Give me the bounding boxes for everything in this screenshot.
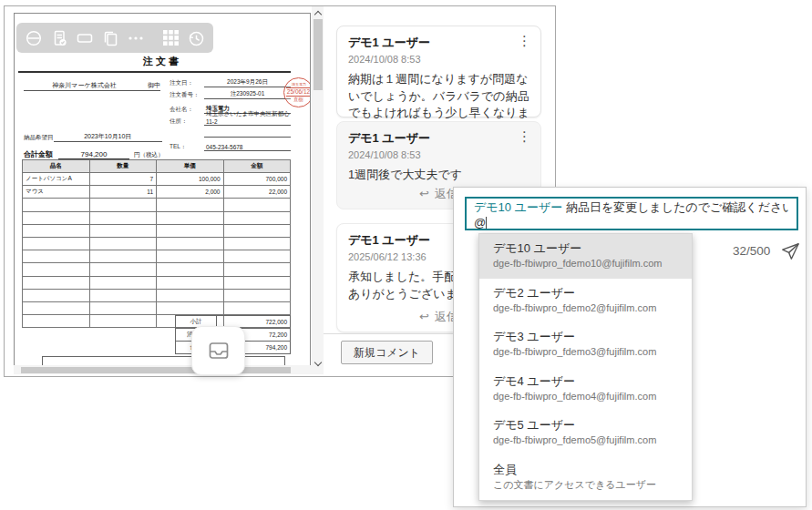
document-approved-icon[interactable]	[50, 28, 68, 48]
items-table-cell: マウス	[23, 186, 90, 199]
items-table-cell	[23, 211, 90, 224]
items-table-row	[23, 289, 291, 301]
items-table-row	[23, 224, 291, 237]
mention-suggestion-item[interactable]: 全員 この文書にアクセスできるユーザー	[479, 455, 692, 500]
kebab-menu-icon[interactable]: ⋮	[518, 128, 531, 145]
order-number-row: 注文番号： 注230925-01	[170, 88, 291, 99]
order-date-label: 注文日：	[170, 79, 204, 87]
send-comment-button[interactable]	[778, 240, 802, 263]
items-table-header-cell: 単価	[157, 160, 224, 173]
inbox-tray-icon	[207, 339, 231, 362]
recipient-suffix: 御中	[148, 81, 160, 90]
scroll-down-arrow-icon[interactable]	[312, 360, 324, 371]
items-table-cell: 2,000	[157, 186, 224, 199]
tel-value: 045-234-5678	[204, 144, 291, 151]
mention-user-name: デモ4 ユーザー	[493, 373, 678, 389]
mention-user-email: dge-fb-fbiwpro_fdemo10@fujifilm.com	[493, 257, 678, 270]
mention-user-name: デモ10 ユーザー	[493, 240, 678, 256]
send-icon	[780, 241, 800, 261]
items-table-row	[23, 250, 291, 263]
scroll-up-arrow-icon[interactable]	[312, 7, 324, 18]
items-table-header-row: 品名数量単価金額	[23, 160, 291, 173]
address-value: 埼玉県さいたま市中央区新都心11-2	[204, 110, 291, 126]
order-date-row: 注文日： 2023年9月26日	[170, 76, 291, 87]
document-tray-button[interactable]	[191, 326, 245, 375]
items-table-row: マウス112,00022,000	[23, 186, 291, 199]
comment-card[interactable]: デモ1 ユーザー ⋮ 2024/10/08 8:53 納期は１週間になりますが問…	[336, 26, 541, 117]
comment-input[interactable]: デモ10 ユーザー 納品日を変更しましたのでご確認ください。 @	[465, 197, 798, 230]
items-table-cell: 11	[89, 186, 157, 199]
items-table-header-cell: 品名	[23, 160, 90, 173]
grid-menu-icon[interactable]	[162, 28, 180, 48]
mention-suggestion-item[interactable]: デモ2 ユーザー dge-fb-fbiwpro_fdemo2@fujifilm.…	[479, 279, 692, 323]
items-table-cell	[223, 250, 291, 263]
items-table-cell: 100,000	[157, 173, 224, 186]
new-comment-button[interactable]: 新規コメント	[341, 341, 433, 364]
items-table-cell	[157, 224, 224, 237]
stamp-date-text: 25/06/12	[286, 87, 311, 97]
items-table-cell	[89, 199, 157, 211]
items-table-cell	[223, 237, 291, 250]
comment-input-line1: デモ10 ユーザー 納品日を変更しましたのでご確認ください。	[474, 199, 789, 215]
split-view-circle-icon[interactable]	[25, 28, 43, 48]
mention-user-email: この文書にアクセスできるユーザー	[493, 478, 678, 491]
items-table-cell	[223, 276, 291, 289]
items-table-cell	[157, 263, 224, 276]
summary-value: 722,000	[217, 319, 290, 325]
mention-suggestion-item[interactable]: デモ5 ユーザー dge-fb-fbiwpro_fdemo5@fujifilm.…	[479, 411, 692, 455]
mention-suggestions-dropdown: デモ10 ユーザー dge-fb-fbiwpro_fdemo10@fujifil…	[478, 233, 693, 501]
viewer-toolbar	[16, 23, 213, 53]
mention-chip: デモ10 ユーザー	[474, 200, 562, 214]
mention-suggestion-item[interactable]: デモ3 ユーザー dge-fb-fbiwpro_fdemo3@fujifilm.…	[479, 322, 692, 367]
reply-arrow-icon: ↩	[419, 310, 429, 323]
items-table-row	[23, 211, 291, 224]
mention-suggestion-item[interactable]: デモ4 ユーザー dge-fb-fbiwpro_fdemo4@fujifilm.…	[479, 367, 692, 412]
vertical-scrollbar[interactable]	[312, 6, 324, 374]
items-table-cell	[157, 289, 224, 301]
comment-body-line: 1週間後で大丈夫です	[348, 167, 529, 184]
items-table-cell	[157, 301, 224, 314]
order-number-value: 注230925-01	[204, 90, 291, 99]
address-label: 住所：	[170, 117, 204, 126]
mention-user-name: デモ5 ユーザー	[493, 417, 678, 433]
delivery-date-label: 納品希望日	[24, 134, 54, 142]
mention-trigger-char: @	[474, 216, 486, 230]
mention-user-name: デモ2 ユーザー	[493, 285, 678, 301]
stamp-field-icon[interactable]	[76, 28, 94, 48]
items-table-cell	[23, 315, 90, 328]
mention-user-email: dge-fb-fbiwpro_fdemo2@fujifilm.com	[493, 301, 678, 314]
items-table-cell	[89, 211, 157, 224]
items-table-cell	[89, 301, 157, 314]
company-label: 会社名：	[170, 106, 204, 114]
items-table-cell: 7	[89, 173, 157, 186]
kebab-menu-icon[interactable]: ⋮	[518, 33, 531, 49]
mention-suggestion-item[interactable]: デモ10 ユーザー dge-fb-fbiwpro_fdemo10@fujifil…	[479, 234, 692, 279]
comment-timestamp: 2024/10/08 8:53	[348, 149, 529, 160]
delivery-date-value: 2023年10月10日	[54, 132, 163, 142]
horizontal-scrollbar[interactable]	[14, 365, 312, 374]
history-icon[interactable]	[187, 28, 205, 48]
items-table-cell	[89, 224, 157, 237]
items-table-cell	[89, 276, 157, 289]
items-table-cell	[223, 224, 291, 237]
comment-author: デモ1 ユーザー	[348, 130, 529, 147]
items-table-row: ノートパソコンA7100,000700,000	[23, 173, 291, 186]
comment-body: 1週間後で大丈夫です	[348, 167, 529, 184]
comment-author: デモ1 ユーザー	[348, 35, 529, 51]
comment-input-text: 納品日を変更しましたのでご確認ください。	[562, 200, 789, 214]
comment-timestamp: 2024/10/08 8:53	[348, 54, 529, 65]
horizontal-scrollbar-thumb[interactable]	[21, 367, 291, 373]
recipient-row: 神奈川マーケ株式会社 御中	[24, 79, 160, 91]
more-options-icon[interactable]	[127, 28, 145, 48]
copy-pages-icon[interactable]	[101, 28, 119, 48]
mention-user-name: デモ3 ユーザー	[493, 329, 678, 344]
items-table-cell	[157, 276, 224, 289]
delivery-date-row: 納品希望日 2023年10月10日	[24, 131, 162, 142]
comment-input-line2: @	[474, 215, 789, 230]
items-table-row	[23, 199, 291, 211]
order-form-page[interactable]: 注文書 神奈川マーケ株式会社 御中 注文日： 2023年9月26日 注文番号： …	[14, 13, 311, 372]
items-table-cell	[223, 263, 291, 276]
vertical-scrollbar-thumb[interactable]	[313, 19, 323, 90]
items-table: 品名数量単価金額 ノートパソコンA7100,000700,000マウス112,0…	[22, 159, 291, 328]
items-table-row	[23, 263, 291, 276]
